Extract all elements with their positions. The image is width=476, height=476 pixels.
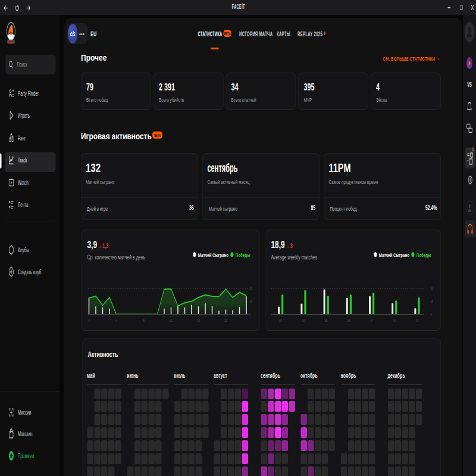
svg-text:41: 41: [393, 317, 396, 322]
svg-text:40: 40: [370, 317, 373, 322]
svg-text:20: 20: [250, 285, 253, 290]
svg-text:38: 38: [325, 317, 328, 322]
svg-text:8: 8: [143, 317, 145, 322]
svg-text:4: 4: [115, 317, 117, 322]
svg-text:16: 16: [197, 317, 200, 322]
svg-text:20: 20: [224, 317, 227, 322]
svg-text:0: 0: [431, 311, 433, 317]
svg-text:12: 12: [170, 317, 173, 322]
svg-text:15: 15: [431, 298, 434, 303]
svg-text:37: 37: [302, 317, 305, 322]
svg-text:0: 0: [250, 311, 252, 317]
svg-text:36: 36: [279, 317, 282, 322]
svg-text:39: 39: [347, 317, 350, 322]
svg-text:30: 30: [431, 285, 434, 290]
svg-text:42: 42: [416, 317, 419, 322]
svg-text:0: 0: [88, 317, 90, 322]
svg-text:10: 10: [250, 298, 253, 303]
